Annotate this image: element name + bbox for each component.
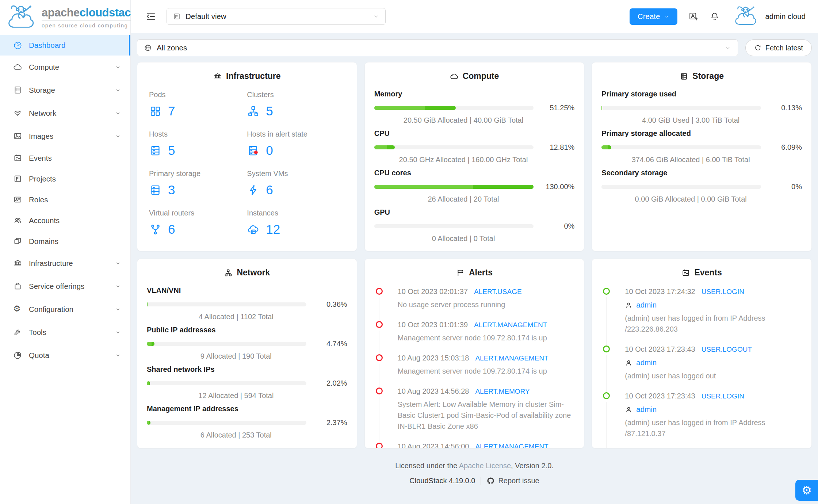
create-button[interactable]: Create — [630, 8, 678, 25]
report-issue-link[interactable]: Report issue — [486, 477, 539, 485]
cloud-icon — [13, 62, 22, 72]
event-type-link[interactable]: USER.LOGOUT — [702, 344, 752, 355]
metric-primary-allocated: Primary storage allocated 6.09% 374.06 G… — [601, 129, 802, 164]
bank-icon — [213, 72, 222, 81]
bank-icon — [13, 259, 22, 268]
alert-item: 10 Aug 2023 15:03:18ALERT.MANAGEMENT Man… — [376, 353, 575, 377]
event-dot-icon — [603, 345, 610, 352]
sidebar-item-accounts[interactable]: Accounts — [0, 210, 130, 231]
user-menu[interactable]: admin cloud — [731, 4, 806, 29]
sidebar-item-dashboard[interactable]: Dashboard — [0, 35, 130, 56]
percent-label: 0.36% — [306, 300, 347, 309]
apache-license-link[interactable]: Apache License — [459, 462, 511, 470]
chevron-down-icon — [115, 64, 121, 70]
brand-logo[interactable]: apachecloudstack™ open source cloud comp… — [0, 0, 130, 34]
sidebar-item-label: Domains — [29, 237, 121, 246]
fetch-latest-button[interactable]: Fetch latest — [745, 39, 812, 56]
database-icon — [149, 184, 162, 196]
sidebar-item-projects[interactable]: Projects — [0, 168, 130, 189]
progress-bar — [374, 106, 534, 110]
alert-type-link[interactable]: ALERT.MANAGEMENT — [474, 320, 547, 330]
view-select[interactable]: Default view — [167, 8, 386, 25]
sidebar-item-roles[interactable]: Roles — [0, 189, 130, 210]
progress-bar — [147, 302, 306, 306]
stat-hosts: Hosts5 — [149, 130, 247, 158]
metric-vlan: VLAN/VNI 0.36% 4 Allocated | 1102 Total — [147, 286, 347, 321]
version-label: CloudStack 4.19.0.0 — [409, 477, 475, 485]
infrastructure-card: Infrastructure Pods7 Clusters5 Hosts5 Ho… — [137, 62, 357, 251]
card-title: Alerts — [469, 268, 493, 278]
stat-value: 7 — [168, 104, 175, 118]
cluster-icon — [224, 268, 233, 277]
alert-type-link[interactable]: ALERT.MANAGEMENT — [475, 442, 548, 448]
sidebar-item-label: Tools — [29, 328, 115, 337]
event-item: 10 Oct 2023 17:23:43USER.LOGOUT admin (a… — [603, 344, 802, 381]
progress-bar — [374, 185, 534, 189]
translate-icon[interactable] — [688, 11, 699, 22]
alert-type-link[interactable]: ALERT.MANAGEMENT — [475, 353, 548, 363]
chevron-down-icon — [115, 329, 121, 335]
user-icon — [625, 406, 632, 413]
sidebar-item-quota[interactable]: Quota — [0, 344, 130, 367]
sidebar-item-label: Roles — [29, 195, 121, 204]
database-icon — [680, 72, 688, 81]
sidebar-item-compute[interactable]: Compute — [0, 56, 130, 79]
appstore-icon — [149, 105, 162, 118]
sidebar-item-service-offerings[interactable]: Service offerings — [0, 275, 130, 298]
card-title: Compute — [463, 71, 499, 81]
percent-label: 0% — [534, 222, 574, 230]
flag-icon — [456, 268, 465, 277]
alert-type-link[interactable]: ALERT.USAGE — [474, 287, 522, 297]
sidebar-item-configuration[interactable]: ⚙Configuration — [0, 298, 130, 321]
chevron-down-icon — [664, 14, 669, 19]
sidebar-item-tools[interactable]: Tools — [0, 321, 130, 344]
chevron-down-icon — [115, 283, 121, 289]
cluster-icon — [247, 105, 260, 118]
sidebar-item-label: Service offerings — [29, 282, 115, 291]
card-title: Storage — [692, 71, 724, 81]
stat-value: 6 — [266, 183, 273, 197]
database-icon — [13, 85, 22, 95]
avatar — [731, 4, 762, 29]
settings-fab-button[interactable]: ⚙ — [795, 480, 818, 501]
percent-label: 2.37% — [306, 419, 347, 427]
menu-fold-icon[interactable] — [145, 11, 156, 22]
metric-memory: Memory 51.25% 20.50 GiB Allocated | 40.0… — [374, 90, 575, 125]
compute-card: Compute Memory 51.25% 20.50 GiB Allocate… — [364, 62, 585, 251]
sidebar-item-storage[interactable]: Storage — [0, 79, 130, 102]
server-icon — [149, 144, 162, 157]
event-user-link[interactable]: admin — [636, 301, 657, 309]
fetch-latest-label: Fetch latest — [765, 44, 803, 52]
brand-tagline: open source cloud computing — [42, 20, 141, 28]
project-icon — [13, 174, 22, 183]
sidebar-item-label: Storage — [29, 86, 115, 95]
bell-icon[interactable] — [710, 11, 720, 22]
event-type-link[interactable]: USER.LOGIN — [702, 287, 744, 297]
event-time: 10 Oct 2023 17:23:43 — [625, 344, 695, 354]
sidebar-item-domains[interactable]: Domains — [0, 231, 130, 252]
alert-type-link[interactable]: ALERT.MEMORY — [475, 386, 530, 397]
wrench-icon — [13, 328, 22, 337]
stat-hosts-alert: Hosts in alert state0 — [247, 130, 345, 158]
alert-item: 10 Aug 2023 14:56:00ALERT.MANAGEMENT — [376, 441, 575, 448]
wifi-icon — [13, 108, 22, 118]
event-user-link[interactable]: admin — [636, 405, 657, 414]
sidebar-item-infrastructure[interactable]: Infrastructure — [0, 252, 130, 275]
sidebar-item-label: Infrastructure — [29, 259, 115, 268]
chevron-down-icon — [115, 260, 121, 266]
stat-clusters: Clusters5 — [247, 91, 345, 118]
event-item: 10 Oct 2023 17:23:43USER.LOGIN admin (ad… — [603, 391, 802, 439]
sidebar-item-network[interactable]: Network — [0, 102, 130, 125]
chevron-down-icon — [115, 352, 121, 358]
event-user-link[interactable]: admin — [636, 358, 657, 367]
sidebar-item-images[interactable]: Images — [0, 125, 130, 148]
alert-dot-icon — [376, 387, 383, 394]
event-type-link[interactable]: USER.LOGIN — [702, 391, 744, 401]
sidebar-item-events[interactable]: Events — [0, 148, 130, 168]
globe-icon — [144, 44, 152, 52]
chevron-down-icon — [115, 133, 121, 139]
event-item: 10 Oct 2023 17:24:32USER.LOGIN admin (ad… — [603, 286, 802, 335]
sidebar-item-label: Images — [29, 132, 115, 141]
zone-select[interactable]: All zones — [137, 39, 738, 56]
alert-description: Management server node 109.72.80.174 is … — [398, 366, 575, 377]
